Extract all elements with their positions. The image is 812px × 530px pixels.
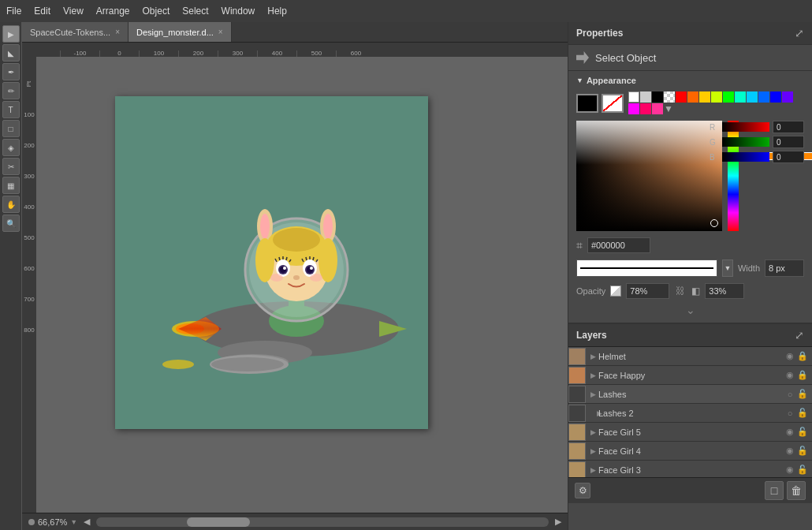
- tab-spacecute[interactable]: SpaceCute-Tokens... ×: [22, 22, 129, 42]
- layers-list[interactable]: ▶ Helmet ◉ 🔒 ▶ Face Happy ◉ 🔒 ▶: [568, 347, 812, 477]
- tool-hand[interactable]: ✋: [2, 196, 20, 213]
- layers-delete-btn[interactable]: 🗑: [787, 481, 806, 500]
- menu-window[interactable]: Window: [222, 6, 255, 17]
- layers-settings-btn[interactable]: ⚙: [575, 483, 590, 498]
- layer-visibility-face-happy[interactable]: ◉: [784, 369, 796, 382]
- layer-item-face-girl-4[interactable]: ▶ Face Girl 4 ◉ 🔓: [568, 442, 812, 461]
- tool-gradient[interactable]: ▦: [2, 177, 20, 194]
- tool-scissors[interactable]: ✂: [2, 158, 20, 175]
- layer-thumb-face-girl-3: [568, 461, 586, 478]
- menu-view[interactable]: View: [63, 6, 84, 17]
- layer-visibility-face-girl-4[interactable]: ◉: [784, 445, 796, 457]
- layer-visibility-face-girl-5[interactable]: ◉: [784, 426, 796, 439]
- tab-design-monster[interactable]: Design_monster.d... ×: [129, 22, 232, 42]
- stroke-dropdown-btn[interactable]: ▼: [722, 259, 733, 277]
- menu-arrange[interactable]: Arrange: [96, 6, 130, 17]
- stroke-box[interactable]: [602, 94, 624, 113]
- layer-arrow-face-girl-4[interactable]: ▶: [587, 447, 598, 455]
- swatch-gray[interactable]: [640, 91, 651, 103]
- scrollbar-thumb[interactable]: [187, 517, 250, 527]
- color-selector-handle[interactable]: [710, 219, 718, 227]
- menu-select[interactable]: Select: [182, 6, 208, 17]
- hex-input[interactable]: [587, 237, 650, 253]
- swatch-white[interactable]: [628, 91, 639, 103]
- swatch-magenta[interactable]: [628, 103, 639, 114]
- tool-zoom[interactable]: 🔍: [2, 215, 20, 232]
- width-input[interactable]: [765, 259, 804, 277]
- menu-edit[interactable]: Edit: [34, 6, 50, 17]
- layer-arrow-helmet[interactable]: ▶: [587, 353, 598, 360]
- layer-item-lashes2[interactable]: ▶ Lashes 2 ○ 🔓: [568, 404, 812, 423]
- stroke-preview[interactable]: [576, 259, 717, 277]
- g-input[interactable]: [773, 136, 804, 148]
- layer-arrow-face-girl-3[interactable]: ▶: [587, 466, 598, 474]
- layers-new-layer-btn[interactable]: □: [765, 481, 784, 500]
- swatch-yellow-green[interactable]: [711, 91, 722, 103]
- scroll-left-btn[interactable]: ◀: [84, 517, 90, 527]
- swatch-pink[interactable]: [640, 103, 651, 114]
- opacity-mode-icon[interactable]: ◧: [691, 286, 700, 297]
- tool-pen[interactable]: ✒: [2, 63, 20, 80]
- layer-arrow-face-girl-5[interactable]: ▶: [587, 428, 598, 436]
- layer-item-face-happy[interactable]: ▶ Face Happy ◉ 🔒: [568, 366, 812, 385]
- layer-arrow-lashes[interactable]: ▶: [587, 390, 598, 398]
- swatch-blue[interactable]: [758, 91, 769, 103]
- tool-select-arrow[interactable]: ▶: [2, 25, 20, 43]
- swatch-yellow[interactable]: [699, 91, 710, 103]
- layer-lock-face-happy[interactable]: 🔒: [796, 369, 809, 382]
- swatches-more-icon[interactable]: ▼: [664, 103, 673, 114]
- opacity2-input[interactable]: [705, 283, 744, 299]
- canvas-scroll[interactable]: [36, 57, 568, 495]
- tool-pencil[interactable]: ✏: [2, 82, 20, 99]
- swatch-green[interactable]: [723, 91, 734, 103]
- tool-type[interactable]: T: [2, 101, 20, 118]
- swatch-purple[interactable]: [782, 91, 793, 103]
- swatch-black[interactable]: [652, 91, 663, 103]
- swatch-checkerboard[interactable]: [664, 91, 675, 103]
- b-input[interactable]: [773, 151, 804, 163]
- layer-item-face-girl-5[interactable]: ▶ Face Girl 5 ◉ 🔓: [568, 423, 812, 442]
- layer-lock-face-girl-4[interactable]: 🔓: [796, 445, 809, 457]
- panel-expand-icon[interactable]: ⤢: [795, 27, 804, 39]
- layer-item-face-girl-3[interactable]: ▶ Face Girl 3 ◉ 🔓: [568, 461, 812, 477]
- layer-arrow-face-happy[interactable]: ▶: [587, 371, 598, 379]
- zoom-dropdown-arrow[interactable]: ▼: [70, 518, 77, 526]
- tool-shape[interactable]: □: [2, 120, 20, 137]
- layer-lock-lashes2[interactable]: 🔓: [796, 407, 809, 420]
- layer-lock-face-girl-3[interactable]: 🔓: [796, 464, 809, 476]
- swatch-orange[interactable]: [687, 91, 698, 103]
- menu-help[interactable]: Help: [267, 6, 287, 17]
- layer-lock-lashes[interactable]: 🔓: [796, 388, 809, 401]
- eyedropper-icon[interactable]: ⌗: [576, 239, 583, 252]
- layer-lock-helmet[interactable]: 🔒: [796, 350, 809, 363]
- link-icon[interactable]: ⛓: [674, 285, 687, 297]
- layer-visibility-face-girl-3[interactable]: ◉: [784, 464, 796, 476]
- r-input[interactable]: [773, 121, 804, 133]
- expand-appearance-btn[interactable]: ⌄: [576, 302, 804, 318]
- layers-expand-icon[interactable]: ⤢: [795, 329, 804, 342]
- horizontal-scrollbar[interactable]: [96, 517, 549, 527]
- fill-box[interactable]: [576, 94, 598, 113]
- swatch-hot-pink[interactable]: [652, 103, 663, 114]
- layer-arrow-lashes2[interactable]: ▶: [587, 409, 598, 417]
- tab-close-design-monster[interactable]: ×: [218, 28, 223, 36]
- layer-lock-face-girl-5[interactable]: 🔓: [796, 426, 809, 439]
- layer-visibility-helmet[interactable]: ◉: [784, 350, 796, 363]
- menu-object[interactable]: Object: [143, 6, 170, 17]
- color-gradient-box[interactable]: [576, 121, 722, 231]
- swatch-cyan[interactable]: [747, 91, 758, 103]
- scroll-right-btn[interactable]: ▶: [555, 517, 561, 527]
- appearance-title[interactable]: ▼ Appearance: [576, 76, 804, 85]
- tool-direct-select[interactable]: ◣: [2, 44, 20, 62]
- layer-item-lashes[interactable]: ▶ Lashes ○ 🔓: [568, 385, 812, 404]
- swatch-red[interactable]: [676, 91, 687, 103]
- layer-item-helmet[interactable]: ▶ Helmet ◉ 🔒: [568, 347, 812, 366]
- swatch-dark-blue[interactable]: [770, 91, 781, 103]
- tool-eraser[interactable]: ◈: [2, 139, 20, 156]
- layer-visibility-lashes2[interactable]: ○: [784, 407, 796, 420]
- layer-visibility-lashes[interactable]: ○: [784, 388, 796, 401]
- swatch-teal[interactable]: [735, 91, 746, 103]
- opacity-input[interactable]: [626, 283, 669, 299]
- tab-close-spacecute[interactable]: ×: [115, 28, 120, 36]
- menu-file[interactable]: File: [6, 6, 21, 17]
